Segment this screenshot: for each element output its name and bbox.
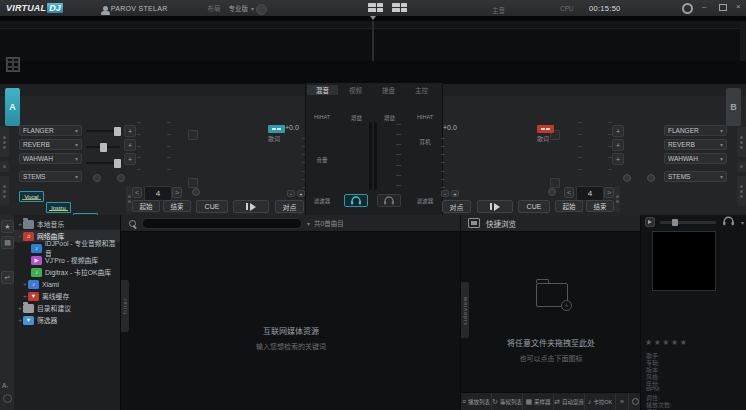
deck-b-loop-side-tab[interactable] — [614, 186, 620, 212]
deck-b-loop-in-button[interactable]: 起始 — [555, 200, 583, 212]
deck-b-play-button[interactable] — [477, 200, 513, 213]
deck-b-loop-knob[interactable] — [548, 188, 556, 196]
chevron-down-icon[interactable]: ▾ — [741, 219, 744, 226]
deck-a-fx2-add-button[interactable]: + — [124, 139, 136, 151]
sidebar-item-vjpro[interactable]: ▶ VJ'Pro - 视频曲库 — [14, 254, 120, 266]
rail-circle-button[interactable] — [3, 394, 12, 403]
deck-b-tab[interactable]: B — [726, 88, 741, 126]
deck-a-fx1-add-button[interactable]: + — [124, 125, 136, 137]
history-list-icon[interactable]: ▤ — [1, 236, 14, 249]
deck-b-fx2-add-button[interactable]: + — [612, 139, 624, 151]
mixer-tab-scratch[interactable]: 搓盘 — [373, 85, 404, 95]
deck-a-fx1-slider[interactable] — [86, 130, 120, 132]
deck-b-sync-button[interactable]: 对点 — [442, 200, 471, 213]
sidebar-item-xiami[interactable]: + ♪ Xiami — [14, 278, 120, 290]
deck-a-loop-in-button[interactable]: 起始 — [132, 200, 160, 212]
back-arrow-icon[interactable]: ↵ — [1, 271, 14, 284]
deck-b-loop-double-button[interactable]: > — [604, 187, 614, 198]
dock-arrow-button[interactable]: » — [616, 393, 629, 410]
deck-a-fx3-slider[interactable] — [86, 162, 120, 164]
deck-b-fx2-select[interactable]: REVERB▾ — [664, 139, 727, 150]
layout-dropdown[interactable]: 专业版 ▾ — [229, 3, 255, 13]
prelisten-seek-slider[interactable] — [660, 221, 716, 224]
deck-a-sync-button[interactable]: 对点 — [275, 200, 304, 213]
sidebar-item-idjpool[interactable]: ♪ iDJPool - 专业音频和混音 — [14, 242, 120, 254]
waveform-zoom-strip[interactable] — [740, 21, 746, 61]
deck-a-fx3-add-button[interactable]: + — [124, 153, 136, 165]
deck-b-side-tab-bottom[interactable] — [737, 176, 746, 206]
sidebar-item-local-music[interactable]: + 本地音乐 — [14, 218, 120, 230]
tab-automix[interactable]: ⇄自动混音 — [554, 393, 585, 410]
deck-b-side-tab-mini[interactable] — [737, 161, 746, 172]
deck-a-stems-knob-1[interactable] — [93, 174, 101, 182]
deck-b-pitch-minus-button[interactable]: - — [441, 190, 449, 197]
deck-a-loop-double-button[interactable]: > — [172, 187, 182, 198]
deck-a-stems-select[interactable]: STEMS▾ — [19, 171, 82, 182]
prelisten-play-button[interactable] — [645, 217, 655, 227]
mixer-tab-video[interactable]: 视频 — [340, 85, 371, 95]
deck-b-cue-button[interactable]: CUE — [518, 200, 550, 213]
window-layout-alt-icon[interactable] — [392, 3, 407, 12]
close-button[interactable]: × — [736, 3, 741, 11]
deck-a-pitch-minus-button[interactable]: - — [287, 190, 295, 197]
sideview-side-tab[interactable]: sideview — [461, 282, 469, 338]
sidebar-item-digitrax[interactable]: ♪ Digitrax - 卡拉OK曲库 — [14, 266, 120, 278]
deck-b-stems-select[interactable]: STEMS▾ — [664, 171, 727, 182]
deck-a-jog-option-button[interactable] — [188, 178, 198, 188]
deck-a-loop-half-button[interactable]: < — [132, 187, 142, 198]
tab-sidelist[interactable]: ↻等候列表 — [492, 393, 523, 410]
tab-sampler[interactable]: ▦采样器 — [523, 393, 554, 410]
settings-gear-icon[interactable] — [682, 3, 693, 14]
deck-b-fx3-select[interactable]: WAHWAH▾ — [664, 153, 727, 164]
deck-a-stems-knob-2[interactable] — [117, 174, 125, 182]
maximize-button[interactable] — [719, 4, 727, 11]
search-input[interactable] — [142, 218, 302, 229]
deck-a-fx2-select[interactable]: REVERB▾ — [19, 139, 82, 150]
channel-2-headphone-cue-button[interactable] — [377, 194, 401, 207]
minimize-button[interactable]: – — [702, 3, 706, 11]
deck-a-side-tab-bottom[interactable] — [0, 176, 9, 206]
deck-a-jog-mode-button[interactable] — [188, 130, 198, 140]
deck-a-lyrics-label[interactable]: 歌词 — [268, 134, 280, 143]
deck-a-side-tab-top[interactable] — [0, 127, 9, 157]
deck-a-pitch-plus-button[interactable]: + — [297, 190, 305, 197]
deck-a-tab[interactable]: A — [5, 88, 20, 126]
sidebar-item-filters[interactable]: + ▼ 筛选器 — [14, 314, 120, 326]
sidebar-item-offline-cache[interactable]: + ▼ 离线缓存 — [14, 290, 120, 302]
font-size-button[interactable]: A- — [2, 382, 9, 389]
deck-a-cue-button[interactable]: CUE — [196, 200, 228, 213]
topbar-circle-button[interactable] — [256, 4, 267, 15]
deck-b-pitch-plus-button[interactable]: + — [451, 190, 459, 197]
deck-b-lyrics-label[interactable]: 歌词 — [537, 134, 549, 143]
user-account-button[interactable]: PAROV STELAR — [103, 5, 168, 12]
deck-a-play-button[interactable] — [233, 200, 269, 213]
deck-a-side-tab-mini[interactable] — [0, 161, 9, 172]
favorites-star-icon[interactable]: ★ — [1, 220, 14, 233]
rating-stars[interactable]: ★★★★★ — [645, 338, 688, 347]
deck-a-fx3-select[interactable]: WAHWAH▾ — [19, 153, 82, 164]
deck-a-fx1-select[interactable]: FLANGER▾ — [19, 125, 82, 136]
deck-b-jog-option-button[interactable] — [550, 178, 560, 188]
deck-b-stems-knob-1[interactable] — [623, 174, 631, 182]
tab-playlist[interactable]: ≡播放列表 — [461, 393, 492, 410]
prelisten-headphones-icon[interactable] — [722, 216, 735, 226]
mixer-tab-master[interactable]: 主控 — [406, 85, 437, 95]
waveform-grid-icon[interactable] — [6, 57, 20, 72]
deck-b-stems-knob-2[interactable] — [647, 174, 655, 182]
deck-b-fx3-add-button[interactable]: + — [612, 153, 624, 165]
tab-karaoke[interactable]: ♪卡拉OK — [585, 393, 616, 410]
deck-a-loop-out-button[interactable]: 结束 — [163, 200, 191, 212]
deck-a-stem-pad-vocal[interactable]: Vocal — [19, 191, 44, 202]
deck-b-loop-out-button[interactable]: 结束 — [586, 200, 614, 212]
deck-a-loop-knob[interactable] — [192, 188, 200, 196]
sidebar-item-folders-suggestions[interactable]: + 目录和建议 — [14, 302, 120, 314]
window-layout-icon[interactable] — [368, 3, 383, 12]
deck-a-fx2-slider[interactable] — [86, 146, 120, 148]
chevron-down-icon[interactable]: ▾ — [307, 220, 310, 227]
mixer-tab-mixer[interactable]: 混音 — [307, 85, 338, 95]
deck-b-fx1-select[interactable]: FLANGER▾ — [664, 125, 727, 136]
deck-b-fx1-add-button[interactable]: + — [612, 125, 624, 137]
channel-1-headphone-cue-button[interactable] — [344, 194, 368, 207]
deck-b-loop-half-button[interactable]: < — [564, 187, 574, 198]
deck-a-stem-pad-instru[interactable]: Instru — [46, 202, 71, 213]
